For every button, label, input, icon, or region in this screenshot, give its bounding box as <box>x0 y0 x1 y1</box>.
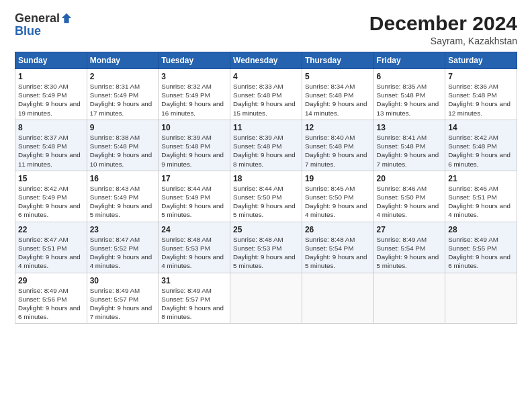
calendar-week-row: 15Sunrise: 8:42 AMSunset: 5:49 PMDayligh… <box>15 171 517 222</box>
calendar-cell <box>445 273 517 324</box>
day-info: Sunrise: 8:30 AMSunset: 5:49 PMDaylight:… <box>18 82 84 118</box>
day-number: 20 <box>377 174 443 183</box>
calendar-cell: 16Sunrise: 8:43 AMSunset: 5:49 PMDayligh… <box>87 171 159 222</box>
day-number: 15 <box>18 174 84 183</box>
day-info: Sunrise: 8:46 AMSunset: 5:51 PMDaylight:… <box>448 184 514 220</box>
calendar-cell: 25Sunrise: 8:48 AMSunset: 5:53 PMDayligh… <box>230 222 302 273</box>
day-info: Sunrise: 8:42 AMSunset: 5:49 PMDaylight:… <box>18 184 84 220</box>
calendar-cell: 17Sunrise: 8:44 AMSunset: 5:49 PMDayligh… <box>159 171 230 222</box>
calendar-cell: 30Sunrise: 8:49 AMSunset: 5:57 PMDayligh… <box>87 273 159 324</box>
day-number: 23 <box>90 225 156 234</box>
day-info: Sunrise: 8:48 AMSunset: 5:54 PMDaylight:… <box>305 235 371 271</box>
subtitle: Sayram, Kazakhstan <box>369 36 517 46</box>
day-number: 8 <box>18 123 84 132</box>
calendar-cell: 14Sunrise: 8:42 AMSunset: 5:48 PMDayligh… <box>445 120 517 171</box>
logo-general: General <box>15 12 60 24</box>
calendar-week-row: 1Sunrise: 8:30 AMSunset: 5:49 PMDaylight… <box>15 69 517 120</box>
day-info: Sunrise: 8:35 AMSunset: 5:48 PMDaylight:… <box>377 82 443 118</box>
logo: General Blue <box>15 12 73 38</box>
calendar-cell <box>302 273 373 324</box>
calendar-body: 1Sunrise: 8:30 AMSunset: 5:49 PMDaylight… <box>15 69 517 324</box>
day-number: 10 <box>161 123 227 132</box>
day-number: 1 <box>18 72 84 81</box>
calendar-cell: 8Sunrise: 8:37 AMSunset: 5:48 PMDaylight… <box>15 120 87 171</box>
calendar-day-header: Wednesday <box>230 52 302 69</box>
day-number: 14 <box>448 123 514 132</box>
calendar-cell: 2Sunrise: 8:31 AMSunset: 5:49 PMDaylight… <box>87 69 159 120</box>
day-number: 11 <box>233 123 299 132</box>
day-info: Sunrise: 8:49 AMSunset: 5:56 PMDaylight:… <box>18 286 84 322</box>
day-number: 16 <box>90 174 156 183</box>
calendar-cell: 26Sunrise: 8:48 AMSunset: 5:54 PMDayligh… <box>302 222 373 273</box>
calendar-cell: 23Sunrise: 8:47 AMSunset: 5:52 PMDayligh… <box>87 222 159 273</box>
day-number: 17 <box>161 174 227 183</box>
day-number: 29 <box>18 276 84 285</box>
day-info: Sunrise: 8:48 AMSunset: 5:53 PMDaylight:… <box>233 235 299 271</box>
day-number: 21 <box>448 174 514 183</box>
day-number: 4 <box>233 72 299 81</box>
day-number: 18 <box>233 174 299 183</box>
day-info: Sunrise: 8:41 AMSunset: 5:48 PMDaylight:… <box>377 133 443 169</box>
calendar-cell: 4Sunrise: 8:33 AMSunset: 5:48 PMDaylight… <box>230 69 302 120</box>
day-info: Sunrise: 8:49 AMSunset: 5:55 PMDaylight:… <box>448 235 514 271</box>
calendar-cell: 28Sunrise: 8:49 AMSunset: 5:55 PMDayligh… <box>445 222 517 273</box>
day-number: 12 <box>305 123 371 132</box>
day-number: 6 <box>377 72 443 81</box>
day-info: Sunrise: 8:39 AMSunset: 5:48 PMDaylight:… <box>161 133 227 169</box>
day-info: Sunrise: 8:34 AMSunset: 5:48 PMDaylight:… <box>305 82 371 118</box>
calendar-header-row: SundayMondayTuesdayWednesdayThursdayFrid… <box>15 52 517 69</box>
day-number: 31 <box>161 276 227 285</box>
header: General Blue December 2024 Sayram, Kazak… <box>15 12 517 46</box>
day-number: 2 <box>90 72 156 81</box>
calendar-cell: 7Sunrise: 8:36 AMSunset: 5:48 PMDaylight… <box>445 69 517 120</box>
calendar-cell: 21Sunrise: 8:46 AMSunset: 5:51 PMDayligh… <box>445 171 517 222</box>
calendar-cell: 5Sunrise: 8:34 AMSunset: 5:48 PMDaylight… <box>302 69 373 120</box>
calendar-cell: 13Sunrise: 8:41 AMSunset: 5:48 PMDayligh… <box>373 120 445 171</box>
calendar-cell: 11Sunrise: 8:39 AMSunset: 5:48 PMDayligh… <box>230 120 302 171</box>
calendar-week-row: 29Sunrise: 8:49 AMSunset: 5:56 PMDayligh… <box>15 273 517 324</box>
calendar-cell: 18Sunrise: 8:44 AMSunset: 5:50 PMDayligh… <box>230 171 302 222</box>
day-info: Sunrise: 8:38 AMSunset: 5:48 PMDaylight:… <box>90 133 156 169</box>
day-number: 27 <box>377 225 443 234</box>
day-info: Sunrise: 8:32 AMSunset: 5:49 PMDaylight:… <box>161 82 227 118</box>
day-info: Sunrise: 8:36 AMSunset: 5:48 PMDaylight:… <box>448 82 514 118</box>
calendar-week-row: 22Sunrise: 8:47 AMSunset: 5:51 PMDayligh… <box>15 222 517 273</box>
day-number: 22 <box>18 225 84 234</box>
calendar-week-row: 8Sunrise: 8:37 AMSunset: 5:48 PMDaylight… <box>15 120 517 171</box>
day-number: 19 <box>305 174 371 183</box>
calendar-day-header: Sunday <box>15 52 87 69</box>
day-info: Sunrise: 8:49 AMSunset: 5:57 PMDaylight:… <box>90 286 156 322</box>
day-number: 25 <box>233 225 299 234</box>
calendar-day-header: Tuesday <box>159 52 230 69</box>
day-info: Sunrise: 8:44 AMSunset: 5:50 PMDaylight:… <box>233 184 299 220</box>
day-number: 7 <box>448 72 514 81</box>
calendar-day-header: Friday <box>373 52 445 69</box>
calendar-cell: 3Sunrise: 8:32 AMSunset: 5:49 PMDaylight… <box>159 69 230 120</box>
day-info: Sunrise: 8:45 AMSunset: 5:50 PMDaylight:… <box>305 184 371 220</box>
day-info: Sunrise: 8:31 AMSunset: 5:49 PMDaylight:… <box>90 82 156 118</box>
calendar-cell: 1Sunrise: 8:30 AMSunset: 5:49 PMDaylight… <box>15 69 87 120</box>
day-number: 26 <box>305 225 371 234</box>
calendar: SundayMondayTuesdayWednesdayThursdayFrid… <box>15 52 517 324</box>
calendar-cell <box>373 273 445 324</box>
day-number: 9 <box>90 123 156 132</box>
day-info: Sunrise: 8:40 AMSunset: 5:48 PMDaylight:… <box>305 133 371 169</box>
day-info: Sunrise: 8:37 AMSunset: 5:48 PMDaylight:… <box>18 133 84 169</box>
day-info: Sunrise: 8:47 AMSunset: 5:51 PMDaylight:… <box>18 235 84 271</box>
logo-icon <box>60 12 73 24</box>
calendar-cell: 31Sunrise: 8:49 AMSunset: 5:57 PMDayligh… <box>159 273 230 324</box>
calendar-cell: 19Sunrise: 8:45 AMSunset: 5:50 PMDayligh… <box>302 171 373 222</box>
day-number: 13 <box>377 123 443 132</box>
day-info: Sunrise: 8:42 AMSunset: 5:48 PMDaylight:… <box>448 133 514 169</box>
day-info: Sunrise: 8:39 AMSunset: 5:48 PMDaylight:… <box>233 133 299 169</box>
day-number: 30 <box>90 276 156 285</box>
calendar-cell: 9Sunrise: 8:38 AMSunset: 5:48 PMDaylight… <box>87 120 159 171</box>
day-info: Sunrise: 8:49 AMSunset: 5:57 PMDaylight:… <box>161 286 227 322</box>
calendar-day-header: Saturday <box>445 52 517 69</box>
calendar-cell <box>230 273 302 324</box>
day-info: Sunrise: 8:43 AMSunset: 5:49 PMDaylight:… <box>90 184 156 220</box>
day-info: Sunrise: 8:44 AMSunset: 5:49 PMDaylight:… <box>161 184 227 220</box>
day-info: Sunrise: 8:33 AMSunset: 5:48 PMDaylight:… <box>233 82 299 118</box>
day-info: Sunrise: 8:49 AMSunset: 5:54 PMDaylight:… <box>377 235 443 271</box>
day-number: 5 <box>305 72 371 81</box>
